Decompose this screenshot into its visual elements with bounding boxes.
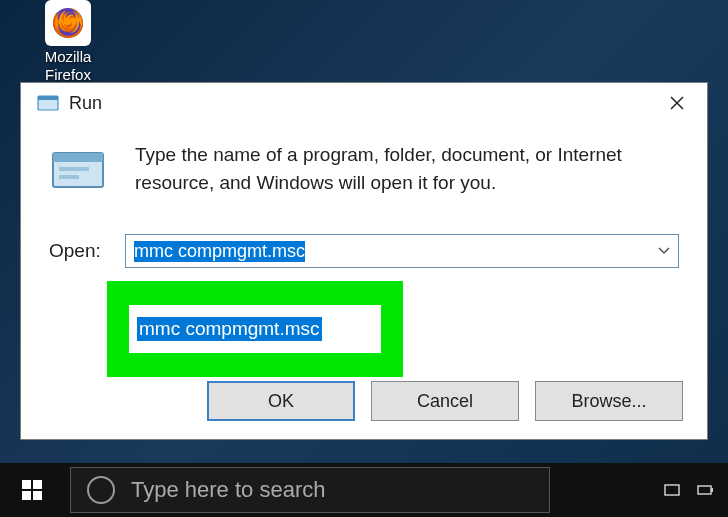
svg-rect-6 [59, 175, 79, 179]
taskbar-search-placeholder: Type here to search [131, 477, 325, 503]
annotation-input-sample: mmc compmgmt.msc [129, 305, 381, 353]
open-label: Open: [49, 240, 111, 262]
system-tray [662, 480, 728, 500]
svg-rect-13 [711, 488, 713, 492]
run-icon [37, 93, 59, 113]
desktop-icon-firefox[interactable]: Mozilla Firefox [28, 0, 108, 84]
firefox-icon [45, 0, 91, 46]
svg-rect-11 [665, 485, 679, 495]
browse-button[interactable]: Browse... [535, 381, 683, 421]
titlebar[interactable]: Run [21, 83, 707, 123]
annotation-highlight: mmc compmgmt.msc [107, 281, 403, 377]
svg-rect-12 [698, 486, 711, 494]
svg-rect-5 [59, 167, 89, 171]
tray-icon-generic[interactable] [662, 480, 682, 500]
svg-rect-10 [33, 491, 42, 500]
open-combobox[interactable] [125, 234, 679, 268]
svg-rect-9 [22, 491, 31, 500]
dialog-title: Run [69, 93, 657, 114]
run-dialog: Run Type the name of a program, folder, … [20, 82, 708, 440]
desktop-icon-label: Mozilla Firefox [28, 48, 108, 84]
windows-start-icon [20, 478, 44, 502]
annotation-selected-text: mmc compmgmt.msc [137, 317, 322, 341]
taskbar: Type here to search [0, 463, 728, 517]
cortana-icon [87, 476, 115, 504]
combobox-dropdown-button[interactable] [650, 235, 678, 267]
run-large-icon [49, 145, 109, 193]
open-input[interactable] [126, 235, 650, 267]
close-icon [669, 95, 685, 111]
close-button[interactable] [657, 87, 697, 119]
tray-icon-battery[interactable] [696, 480, 716, 500]
svg-rect-2 [38, 96, 58, 100]
chevron-down-icon [658, 247, 670, 255]
cancel-button[interactable]: Cancel [371, 381, 519, 421]
start-button[interactable] [0, 463, 64, 517]
svg-rect-8 [33, 480, 42, 489]
svg-rect-4 [53, 153, 103, 162]
dialog-description: Type the name of a program, folder, docu… [135, 141, 679, 197]
svg-rect-7 [22, 480, 31, 489]
taskbar-search[interactable]: Type here to search [70, 467, 550, 513]
ok-button[interactable]: OK [207, 381, 355, 421]
